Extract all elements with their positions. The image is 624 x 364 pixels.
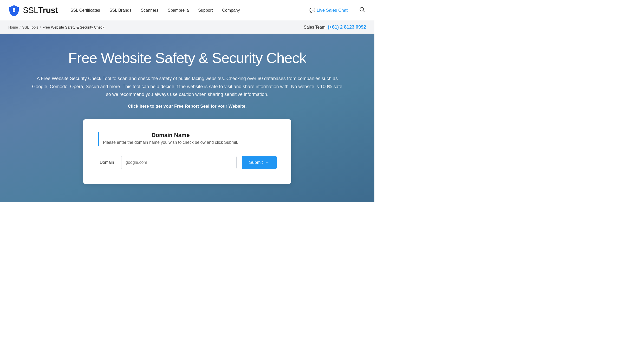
sales-team: Sales Team: (+61) 2 8123 0992 bbox=[304, 24, 366, 30]
breadcrumb-bar: Home / SSL Tools / Free Website Safety &… bbox=[0, 21, 374, 34]
main-nav: SSL Certificates SSL Brands Scanners Spa… bbox=[70, 8, 240, 13]
form-accent-bar bbox=[98, 132, 99, 146]
svg-line-5 bbox=[363, 10, 365, 12]
form-section-title: Domain Name bbox=[103, 132, 238, 139]
site-logo[interactable]: SSLTrust bbox=[8, 5, 58, 16]
nav-scanners[interactable]: Scanners bbox=[141, 8, 159, 13]
logo-text: SSLTrust bbox=[23, 5, 58, 15]
sales-phone[interactable]: (+61) 2 8123 0992 bbox=[328, 24, 366, 30]
shield-icon bbox=[8, 5, 20, 16]
search-button[interactable] bbox=[358, 6, 366, 15]
nav-ssl-brands[interactable]: SSL Brands bbox=[109, 8, 132, 13]
nav-spambrella[interactable]: Spambrella bbox=[168, 8, 189, 13]
svg-point-2 bbox=[14, 10, 15, 11]
breadcrumb-current: Free Website Safety & Security Check bbox=[42, 25, 104, 29]
breadcrumb-home[interactable]: Home bbox=[8, 25, 18, 29]
domain-check-form-card: Domain Name Please enter the domain name… bbox=[83, 119, 291, 184]
domain-input-row: Domain Submit → bbox=[98, 156, 277, 169]
live-chat-label: Live Sales Chat bbox=[317, 8, 348, 13]
nav-support[interactable]: Support bbox=[198, 8, 213, 13]
hero-section: Free Website Safety & Security Check A F… bbox=[0, 34, 374, 202]
breadcrumb-tools[interactable]: SSL Tools bbox=[22, 25, 38, 29]
form-section-text: Domain Name Please enter the domain name… bbox=[103, 132, 238, 145]
submit-label: Submit bbox=[249, 160, 263, 165]
form-section-description: Please enter the domain name you wish to… bbox=[103, 140, 238, 145]
breadcrumb-sep-1: / bbox=[20, 25, 21, 29]
form-section-header: Domain Name Please enter the domain name… bbox=[98, 132, 277, 146]
live-chat-link[interactable]: 💬 Live Sales Chat bbox=[309, 8, 348, 13]
domain-input[interactable] bbox=[121, 156, 237, 169]
breadcrumb: Home / SSL Tools / Free Website Safety &… bbox=[8, 25, 104, 29]
nav-ssl-certificates[interactable]: SSL Certificates bbox=[70, 8, 100, 13]
header-divider bbox=[353, 7, 353, 14]
breadcrumb-sep-2: / bbox=[40, 25, 41, 29]
chat-icon: 💬 bbox=[309, 8, 315, 13]
submit-button[interactable]: Submit → bbox=[242, 156, 277, 169]
hero-description: A Free Website Security Check Tool to sc… bbox=[31, 75, 343, 99]
submit-arrow-icon: → bbox=[265, 160, 269, 165]
domain-label: Domain bbox=[98, 160, 116, 165]
search-icon bbox=[359, 7, 365, 14]
hero-title: Free Website Safety & Security Check bbox=[21, 49, 354, 66]
hero-cta-link[interactable]: Click here to get your Free Report Seal … bbox=[128, 104, 247, 109]
nav-company[interactable]: Company bbox=[222, 8, 240, 13]
